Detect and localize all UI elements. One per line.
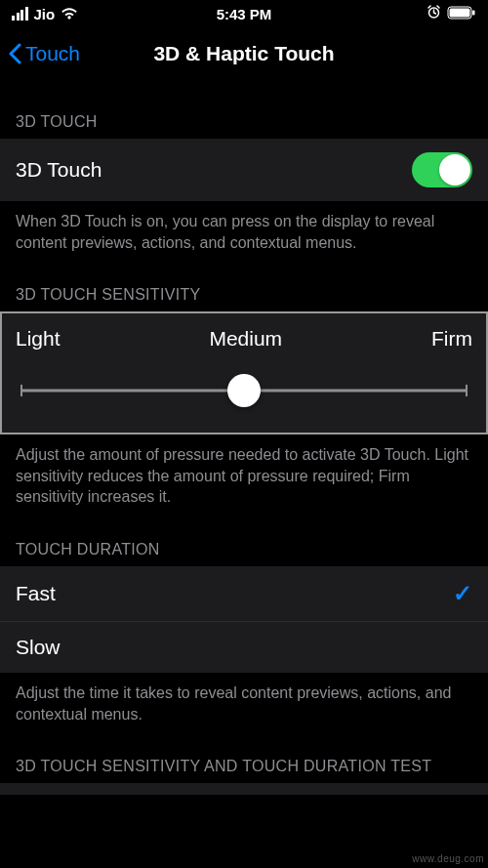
sensitivity-slider[interactable]: [16, 376, 472, 405]
section-header-sensitivity: 3D TOUCH SENSITIVITY: [0, 259, 488, 311]
slider-label-light: Light: [16, 327, 61, 351]
wifi-icon: [61, 6, 78, 22]
status-bar: Jio 5:43 PM: [0, 0, 488, 27]
slider-labels: Light Medium Firm: [16, 327, 472, 351]
row-label: 3D Touch: [16, 158, 102, 182]
svg-rect-2: [450, 8, 470, 17]
row-duration-fast[interactable]: Fast ✓: [0, 566, 488, 622]
status-time: 5:43 PM: [217, 6, 272, 22]
footer-sensitivity: Adjust the amount of pressure needed to …: [0, 434, 488, 514]
section-header-test: 3D TOUCH SENSITIVITY AND TOUCH DURATION …: [0, 730, 488, 783]
page-title: 3D & Haptic Touch: [153, 42, 334, 65]
settings-content: 3D TOUCH 3D Touch When 3D Touch is on, y…: [0, 80, 488, 795]
battery-icon: [447, 6, 476, 22]
alarm-icon: [427, 5, 441, 22]
section-header-3d-touch: 3D TOUCH: [0, 80, 488, 139]
watermark: www.deug.com: [412, 853, 484, 864]
row-label: Slow: [16, 636, 61, 659]
navigation-bar: Touch 3D & Haptic Touch: [0, 27, 488, 80]
sensitivity-slider-box: Light Medium Firm: [0, 311, 488, 434]
slider-tick-firm: [466, 385, 468, 396]
slider-label-medium: Medium: [209, 327, 282, 351]
status-right: [427, 5, 476, 22]
section-header-duration: TOUCH DURATION: [0, 514, 488, 566]
row-test-preview: [0, 783, 488, 795]
footer-duration: Adjust the time it takes to reveal conte…: [0, 673, 488, 730]
checkmark-icon: ✓: [453, 580, 472, 607]
row-duration-slow[interactable]: Slow: [0, 622, 488, 673]
slider-label-firm: Firm: [431, 327, 472, 351]
carrier-label: Jio: [34, 6, 56, 22]
back-label: Touch: [25, 42, 80, 65]
svg-rect-3: [472, 10, 475, 15]
slider-tick-light: [20, 385, 22, 396]
row-label: Fast: [16, 582, 56, 605]
footer-3d-touch: When 3D Touch is on, you can press on th…: [0, 201, 488, 259]
slider-thumb[interactable]: [227, 374, 261, 407]
toggle-3d-touch[interactable]: [412, 152, 472, 187]
back-button[interactable]: Touch: [8, 42, 80, 65]
toggle-thumb: [439, 154, 470, 186]
chevron-left-icon: [8, 43, 21, 64]
status-left: Jio: [12, 6, 78, 22]
signal-bars-icon: [12, 7, 28, 21]
row-3d-touch-toggle[interactable]: 3D Touch: [0, 139, 488, 201]
